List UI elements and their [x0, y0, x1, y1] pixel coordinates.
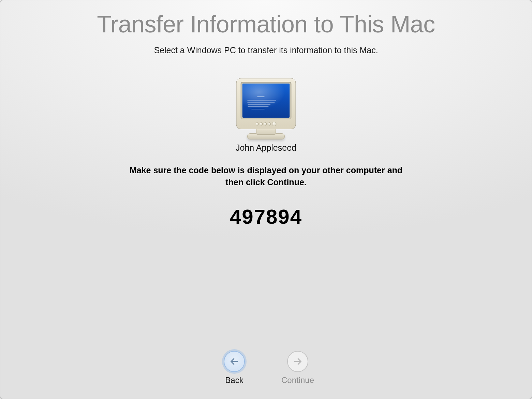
- back-label: Back: [217, 375, 251, 385]
- page-subtitle: Select a Windows PC to transfer its info…: [0, 45, 532, 55]
- arrow-left-icon: [230, 357, 239, 366]
- device-item[interactable]: John Appleseed: [232, 78, 300, 153]
- device-label: John Appleseed: [232, 143, 300, 153]
- continue-button[interactable]: [287, 351, 308, 372]
- instruction-text: Make sure the code below is displayed on…: [126, 164, 406, 188]
- arrow-right-icon: [293, 357, 302, 366]
- pc-crt-icon: [235, 78, 297, 139]
- back-button[interactable]: [224, 351, 245, 372]
- continue-label: Continue: [281, 375, 315, 385]
- page-title: Transfer Information to This Mac: [0, 11, 532, 38]
- verification-code: 497894: [0, 205, 532, 228]
- bottom-nav: Back Continue: [217, 351, 315, 385]
